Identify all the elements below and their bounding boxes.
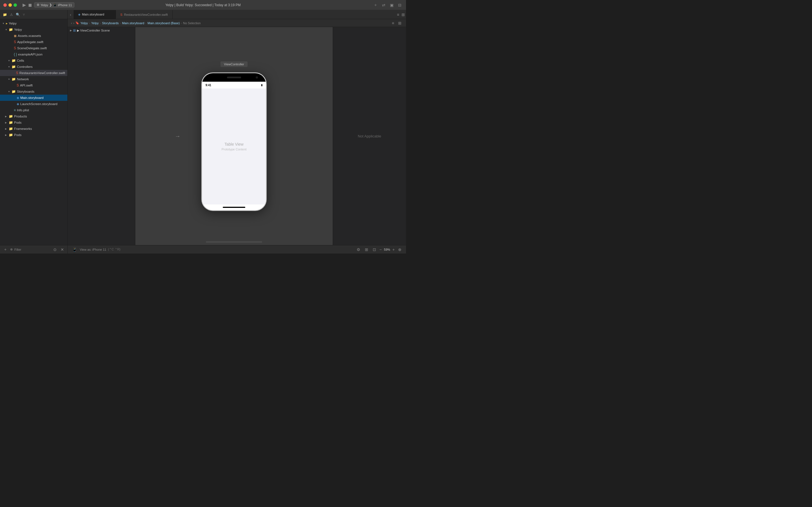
breadcrumb-related-button[interactable]: ⊞: [397, 20, 403, 26]
minimize-button[interactable]: [8, 3, 12, 7]
breadcrumb-yelpy-2[interactable]: Yelpy: [91, 21, 99, 25]
scene-vc-icon: ⊞: [73, 29, 76, 33]
bottom-settings-icon[interactable]: ⚙: [356, 247, 361, 252]
sidebar-scm-icon[interactable]: ⑂: [22, 12, 26, 17]
split-editor-button[interactable]: ⊞: [400, 10, 406, 19]
network-folder-icon: 📁: [11, 77, 16, 81]
tree-root-yelpy[interactable]: ▼ ▸ Yelpy: [0, 20, 67, 26]
scene-viewcontroller[interactable]: ▶ ⊞ ▶ ViewController Scene: [68, 27, 135, 34]
filter-close-button[interactable]: ✕: [59, 247, 65, 252]
zoom-value: 59%: [383, 248, 391, 251]
sidebar-bottom: ＋ ⊕ Filter ⊙ ✕: [0, 245, 67, 253]
root-label: Yelpy: [9, 22, 17, 25]
breadcrumb-main-storyboard[interactable]: Main.storyboard: [122, 21, 144, 25]
tree-launch-storyboard[interactable]: ◈ LaunchScreen.storyboard: [0, 101, 67, 107]
scheme-selector[interactable]: ⚙ Yelpy ❯ 📱 iPhone 11: [34, 2, 74, 8]
filter-label: Filter: [14, 248, 50, 251]
storyboard-tab-icon: ◈: [78, 13, 80, 16]
sidebar-warning-icon[interactable]: ⚠: [9, 12, 13, 17]
tree-frameworks-folder[interactable]: ▶ 📁 Frameworks: [0, 126, 67, 132]
add-button[interactable]: ＋: [372, 2, 378, 8]
iphone-speaker: [227, 76, 241, 78]
breadcrumb-forward-button[interactable]: ›: [73, 21, 74, 25]
launch-storyboard-label: LaunchScreen.storyboard: [20, 102, 57, 106]
zoom-control: − 59% +: [379, 247, 395, 252]
stop-button[interactable]: ◼: [28, 2, 32, 8]
maximize-button[interactable]: [13, 3, 17, 7]
api-label: API.swift: [20, 83, 33, 87]
chevron-icon: ❯: [49, 3, 52, 7]
tree-pods-folder[interactable]: ▶ 📁 Pods: [0, 119, 67, 126]
breadcrumb-storyboards[interactable]: Storyboards: [102, 21, 119, 25]
breadcrumb-main-storyboard-base[interactable]: Main.storyboard (Base): [147, 21, 180, 25]
tree-controllers-folder[interactable]: ▼ 📁 Controllers: [0, 64, 67, 70]
tree-products-folder[interactable]: ▶ 📁 Products: [0, 113, 67, 119]
iphone-home-indicator: [202, 205, 266, 210]
appdelegate-label: AppDelegate.swift: [17, 40, 43, 44]
canvas-area[interactable]: → ViewController 9:41 ▮: [135, 27, 333, 245]
tab-label-1: Main.storyboard: [82, 13, 104, 16]
canvas-scrollbar[interactable]: [206, 241, 262, 243]
swift-icon-2: S: [14, 46, 16, 50]
breadcrumb-back-button[interactable]: ‹: [71, 21, 72, 25]
tab-main-storyboard[interactable]: ◈ Main.storyboard: [73, 10, 116, 19]
bottom-fit-button[interactable]: ⊞: [364, 247, 369, 252]
zoom-out-button[interactable]: −: [379, 247, 382, 252]
play-button[interactable]: ▶: [22, 2, 26, 8]
products-folder-icon: 📁: [9, 114, 13, 118]
bottom-left: 📱 View as: iPhone 11 (⌃C ⌃R): [71, 247, 120, 252]
breadcrumb-yelpy-1[interactable]: Yelpy: [80, 21, 88, 25]
tab-bar: ‹ ◈ Main.storyboard S RestaurantsViewCon…: [68, 10, 406, 19]
layout-button[interactable]: ▣: [389, 2, 395, 8]
filter-settings-button[interactable]: ⊙: [52, 247, 58, 252]
breadcrumb-nav: ‹ ›: [71, 21, 74, 25]
tab-prev-button[interactable]: ‹: [68, 10, 73, 19]
cells-folder-icon: 📁: [11, 59, 16, 62]
tree-main-storyboard[interactable]: ◈ Main.storyboard: [0, 95, 67, 101]
plist-icon: ≡: [14, 108, 16, 112]
bottom-bar: 📱 View as: iPhone 11 (⌃C ⌃R) ⚙ ⊞ ⊡ − 59%…: [68, 245, 406, 253]
breadcrumb-action-button[interactable]: ≡: [391, 20, 395, 26]
sidebar-nav-icon[interactable]: 📁: [2, 12, 8, 17]
sidebar-search-icon[interactable]: 🔍: [15, 12, 20, 17]
tree-scenedelegate[interactable]: S SceneDelegate.swift: [0, 45, 67, 51]
tree-info-plist[interactable]: ≡ Info.plist: [0, 107, 67, 113]
prototype-content-label: Prototype Content: [221, 148, 247, 151]
bottom-device-icon[interactable]: 📱: [71, 247, 78, 252]
editor-options-button[interactable]: ≡: [396, 10, 400, 19]
content-area: ‹ ◈ Main.storyboard S RestaurantsViewCon…: [68, 10, 406, 253]
json-icon: { }: [14, 52, 17, 56]
tab-restaurants-vc[interactable]: S RestaurantsViewController.swift: [116, 10, 172, 19]
tree-restaurantsvc[interactable]: S RestaurantsViewController.swift: [0, 70, 67, 76]
breadcrumb-bar: ‹ › 🔖 Yelpy › Yelpy › Storyboards › Main…: [68, 19, 406, 27]
tree-assets[interactable]: ◼ Assets.xcassets: [0, 33, 67, 39]
tree-appdelegate[interactable]: S AppDelegate.swift: [0, 39, 67, 45]
toolbar-left: ▶ ◼ ⚙ Yelpy ❯ 📱 iPhone 11: [22, 2, 74, 8]
tree-cells-folder[interactable]: ▼ 📁 Cells: [0, 57, 67, 64]
zoom-in-button[interactable]: +: [393, 247, 395, 252]
tree-pods2-folder[interactable]: ▶ 📁 Pods: [0, 132, 67, 138]
iphone-frame: 9:41 ▮ Table View Prototype Content: [202, 73, 266, 211]
storyboard-icon-2: ◈: [17, 102, 19, 106]
title-label: Yelpy | Build Yelpy: Succeeded | Today a…: [165, 3, 241, 7]
tree-network-folder[interactable]: ▼ 📁 Network: [0, 76, 67, 82]
bottom-more-button[interactable]: ⊕: [397, 247, 403, 252]
exampleapi-label: exampleAPI.json: [18, 53, 42, 56]
iphone-container: ViewController 9:41 ▮: [202, 61, 266, 211]
split-content: ▶ ⊞ ▶ ViewController Scene → ViewControl…: [68, 27, 406, 245]
storyboards-folder-icon: 📁: [11, 90, 16, 94]
add-file-button[interactable]: ＋: [2, 246, 8, 252]
tree-yelpy-group[interactable]: ▼ 📁 Yelpy: [0, 26, 67, 33]
tree-api[interactable]: S API.swift: [0, 82, 67, 89]
close-button[interactable]: [3, 3, 7, 7]
vc-label: ViewController: [220, 61, 247, 67]
breadcrumb-no-selection: No Selection: [183, 21, 200, 25]
folder-icon: ▸: [6, 21, 8, 25]
tree-exampleapi[interactable]: { } exampleAPI.json: [0, 51, 67, 57]
bottom-layout-button[interactable]: ⊡: [371, 247, 377, 252]
frameworks-folder-icon: 📁: [9, 127, 13, 131]
source-control-button[interactable]: ⇄: [381, 2, 387, 8]
tree-storyboards-folder[interactable]: ▼ 📁 Storyboards: [0, 89, 67, 95]
panel-toggle-button[interactable]: ⊟: [397, 2, 403, 8]
scheme-name: Yelpy: [41, 3, 48, 7]
